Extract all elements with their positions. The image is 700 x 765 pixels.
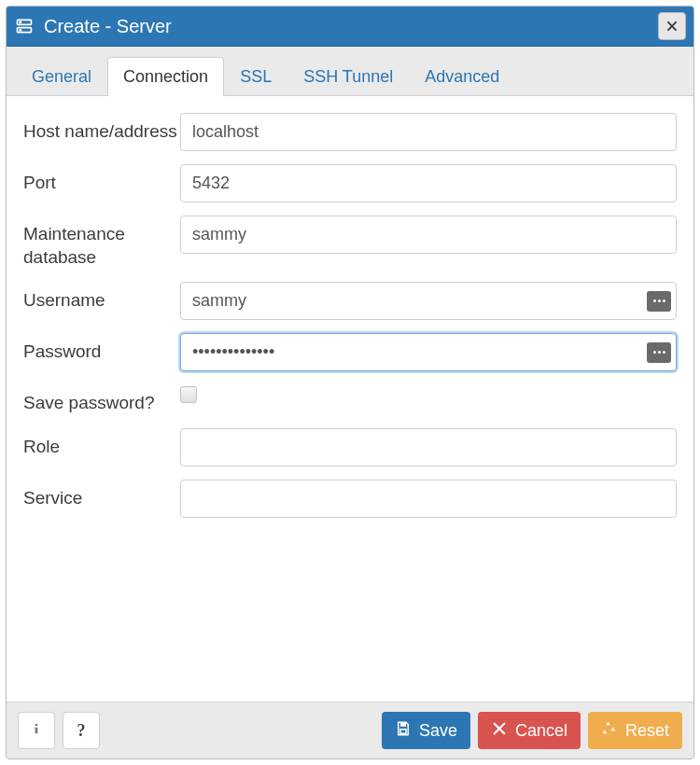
tab-connection[interactable]: Connection — [107, 57, 224, 96]
username-options-button[interactable] — [647, 291, 671, 312]
save-button-label: Save — [419, 721, 457, 741]
recycle-icon — [601, 720, 618, 742]
password-label: Password — [23, 333, 180, 364]
help-button[interactable]: ? — [63, 712, 100, 749]
svg-point-3 — [20, 30, 21, 31]
port-label: Port — [23, 164, 180, 195]
service-label: Service — [23, 480, 180, 510]
svg-rect-4 — [35, 727, 38, 733]
ellipsis-icon — [653, 299, 656, 302]
ellipsis-icon — [653, 351, 656, 354]
tab-bar: General Connection SSL SSH Tunnel Advanc… — [7, 47, 693, 96]
dialog-titlebar: Create - Server — [7, 7, 693, 47]
password-input[interactable] — [180, 333, 677, 371]
host-input[interactable] — [180, 113, 677, 151]
help-icon: ? — [77, 721, 86, 741]
save-password-checkbox[interactable] — [180, 386, 197, 403]
password-options-button[interactable] — [647, 342, 671, 363]
save-button[interactable]: Save — [382, 712, 470, 749]
tab-general[interactable]: General — [16, 57, 107, 96]
reset-button-label: Reset — [625, 721, 669, 741]
save-icon — [395, 720, 412, 742]
reset-button[interactable]: Reset — [588, 712, 682, 749]
server-icon — [14, 16, 35, 36]
svg-point-5 — [35, 723, 38, 726]
dialog-title: Create - Server — [44, 16, 649, 37]
host-label: Host name/address — [23, 113, 180, 144]
maintenance-db-label: Maintenance database — [23, 216, 180, 269]
svg-rect-6 — [400, 722, 406, 727]
close-icon — [491, 720, 508, 742]
port-input[interactable] — [180, 164, 677, 202]
close-button[interactable] — [658, 12, 686, 40]
save-password-label: Save password? — [23, 384, 180, 415]
tab-content-connection: Host name/address Port Maintenance datab… — [7, 96, 693, 702]
maintenance-db-input[interactable] — [180, 216, 677, 254]
role-label: Role — [23, 428, 180, 459]
tab-ssh-tunnel[interactable]: SSH Tunnel — [287, 57, 409, 96]
cancel-button[interactable]: Cancel — [478, 712, 581, 749]
tab-advanced[interactable]: Advanced — [409, 57, 515, 96]
tab-ssl[interactable]: SSL — [224, 57, 287, 96]
username-input[interactable] — [180, 282, 677, 320]
info-icon — [29, 720, 44, 742]
service-input[interactable] — [180, 480, 677, 518]
role-input[interactable] — [180, 428, 677, 466]
cancel-button-label: Cancel — [515, 721, 567, 741]
dialog-footer: ? Save Cancel Reset — [7, 702, 693, 758]
username-label: Username — [23, 282, 180, 313]
svg-rect-7 — [400, 729, 406, 733]
svg-point-2 — [20, 21, 21, 22]
create-server-dialog: Create - Server General Connection SSL S… — [6, 6, 694, 759]
info-button[interactable] — [18, 712, 55, 749]
